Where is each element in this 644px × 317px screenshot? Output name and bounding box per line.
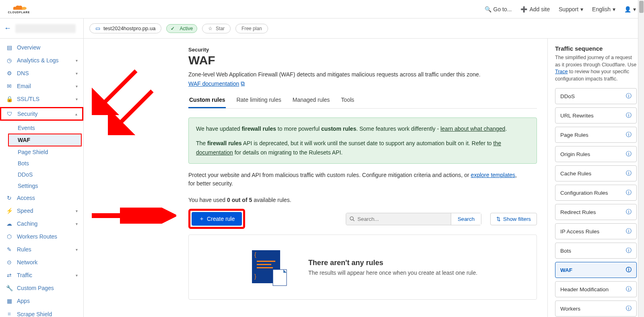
browser-icon: ▭ bbox=[95, 25, 100, 31]
tab-rate-limiting[interactable]: Rate limiting rules bbox=[235, 93, 282, 108]
cloudflare-logo[interactable]: CLOUDFLARE bbox=[6, 3, 35, 15]
tabs: Custom rules Rate limiting rules Managed… bbox=[188, 93, 537, 109]
wrench-icon: 🔧 bbox=[6, 285, 13, 291]
access-icon: ↻ bbox=[6, 195, 13, 201]
seq-item-page-rules[interactable]: Page Rulesⓘ bbox=[555, 127, 637, 143]
seq-item-cache-rules[interactable]: Cache Rulesⓘ bbox=[555, 165, 637, 181]
sidebar: ▤Overview ◷Analytics & Logs▾ ⚙DNS▾ ✉Emai… bbox=[0, 39, 84, 317]
sidebar-item-workers[interactable]: ⬡Workers Routes bbox=[0, 230, 83, 243]
sidebar-item-speed[interactable]: ⚡Speed▾ bbox=[0, 204, 83, 217]
back-icon[interactable]: ← bbox=[4, 24, 11, 33]
info-icon: ⓘ bbox=[626, 228, 632, 235]
waf-doc-link[interactable]: WAF documentation ⧉ bbox=[188, 80, 245, 87]
chevron-down-icon: ▾ bbox=[76, 97, 78, 101]
plan-pill[interactable]: Free plan bbox=[235, 24, 268, 33]
seq-item-bots[interactable]: Botsⓘ bbox=[555, 243, 637, 259]
seq-item-header-modification[interactable]: Header Modificationⓘ bbox=[555, 281, 637, 297]
user-menu[interactable]: 👤 ▾ bbox=[624, 6, 636, 12]
sidebar-item-network[interactable]: ⊙Network bbox=[0, 256, 83, 269]
sidebar-item-caching[interactable]: ☁Caching▾ bbox=[0, 217, 83, 230]
user-icon: 👤 bbox=[624, 6, 631, 12]
sidebar-item-analytics[interactable]: ◷Analytics & Logs▾ bbox=[0, 54, 83, 67]
sidebar-item-rules[interactable]: ✎Rules▾ bbox=[0, 243, 83, 256]
info-icon: ⓘ bbox=[626, 266, 632, 274]
intro-paragraph: Protect your website and API from malici… bbox=[188, 171, 518, 188]
page-description: Zone-level Web Application Firewall (WAF… bbox=[188, 71, 518, 78]
tab-tools[interactable]: Tools bbox=[340, 93, 355, 108]
svg-rect-8 bbox=[257, 264, 271, 265]
seq-item-url-rewrites[interactable]: URL Rewritesⓘ bbox=[555, 107, 637, 124]
sidebar-sub-settings[interactable]: Settings bbox=[0, 180, 83, 191]
chevron-down-icon: ▾ bbox=[76, 273, 78, 278]
chevron-up-icon: ▴ bbox=[75, 112, 77, 116]
filter-icon: ⇅ bbox=[496, 216, 501, 222]
caret-down-icon: ▾ bbox=[633, 6, 636, 12]
explore-templates-link[interactable]: explore templates bbox=[471, 172, 516, 178]
seq-item-ip-access-rules[interactable]: IP Access Rulesⓘ bbox=[555, 223, 637, 239]
sidebar-item-email[interactable]: ✉Email▾ bbox=[0, 80, 83, 93]
seq-item-origin-rules[interactable]: Origin Rulesⓘ bbox=[555, 146, 637, 162]
trace-link[interactable]: Trace bbox=[555, 69, 568, 74]
sidebar-sub-pageshield[interactable]: Page Shield bbox=[0, 146, 83, 158]
star-pill[interactable]: Star bbox=[202, 24, 231, 33]
sidebar-sub-events[interactable]: Events bbox=[0, 122, 83, 134]
sidebar-item-security[interactable]: 🛡Security▴ bbox=[1, 108, 82, 119]
domain-pill[interactable]: ▭ test2024hostpro.pp.ua bbox=[89, 23, 161, 33]
usage-text: You have used 0 out of 5 available rules… bbox=[188, 197, 537, 203]
caret-down-icon: ▾ bbox=[613, 6, 615, 12]
sidebar-sub-bots[interactable]: Bots bbox=[0, 158, 83, 169]
seq-item-configuration-rules[interactable]: Configuration Rulesⓘ bbox=[555, 185, 637, 201]
create-rule-button[interactable]: ＋Create rule bbox=[192, 212, 242, 226]
show-filters-button[interactable]: ⇅Show filters bbox=[490, 213, 537, 225]
chevron-down-icon: ▾ bbox=[76, 209, 78, 213]
external-link-icon: ⧉ bbox=[241, 80, 245, 87]
breadcrumb: Security bbox=[188, 47, 537, 53]
overview-icon: ▤ bbox=[6, 44, 13, 51]
caret-down-icon: ▾ bbox=[580, 6, 583, 12]
seq-item-ddos[interactable]: DDoSⓘ bbox=[555, 88, 637, 104]
scrollbar-thumb[interactable] bbox=[639, 1, 644, 13]
search-group: Search bbox=[346, 213, 481, 225]
empty-title: There aren't any rules bbox=[308, 259, 477, 267]
annotation-box-create: ＋Create rule bbox=[188, 209, 245, 229]
top-bar: CLOUDFLARE 🔍 Go to... ➕ Add site Support… bbox=[0, 0, 644, 19]
svg-point-0 bbox=[22, 7, 27, 10]
sidebar-item-dns[interactable]: ⚙DNS▾ bbox=[0, 67, 83, 80]
sidebar-sub-waf[interactable]: WAF bbox=[8, 134, 82, 146]
svg-text:}: } bbox=[254, 273, 256, 280]
learn-changed-link[interactable]: learn about what changed bbox=[440, 126, 505, 132]
info-icon: ⓘ bbox=[626, 286, 632, 293]
rules-icon: ✎ bbox=[6, 246, 13, 253]
page-title: WAF bbox=[188, 54, 537, 67]
traffic-icon: ⇄ bbox=[6, 272, 13, 278]
sidebar-item-overview[interactable]: ▤Overview bbox=[0, 41, 83, 54]
svg-rect-7 bbox=[257, 261, 275, 262]
sidebar-item-access[interactable]: ↻Access bbox=[0, 191, 83, 204]
sidebar-sub-ddos[interactable]: DDoS bbox=[0, 169, 83, 180]
tab-managed-rules[interactable]: Managed rules bbox=[292, 93, 331, 108]
goto-link[interactable]: 🔍 Go to... bbox=[485, 6, 512, 12]
sidebar-item-scrapeshield[interactable]: ⌗Scrape Shield bbox=[0, 307, 83, 317]
shield-icon: 🛡 bbox=[6, 111, 13, 117]
main-content: Security WAF Zone-level Web Application … bbox=[84, 39, 547, 317]
email-icon: ✉ bbox=[6, 83, 13, 89]
dns-icon: ⚙ bbox=[6, 70, 13, 76]
scrollbar[interactable] bbox=[638, 0, 644, 317]
search-input[interactable] bbox=[346, 213, 451, 225]
sidebar-item-traffic[interactable]: ⇄Traffic▾ bbox=[0, 269, 83, 282]
tab-custom-rules[interactable]: Custom rules bbox=[188, 93, 226, 108]
seq-item-redirect-rules[interactable]: Redirect Rulesⓘ bbox=[555, 204, 637, 220]
seq-item-waf[interactable]: WAFⓘ bbox=[555, 262, 637, 278]
caching-icon: ☁ bbox=[6, 220, 13, 227]
sidebar-item-custompages[interactable]: 🔧Custom Pages bbox=[0, 282, 83, 294]
search-button[interactable]: Search bbox=[451, 213, 481, 225]
sidebar-item-apps[interactable]: ▦Apps bbox=[0, 294, 83, 307]
svg-line-2 bbox=[100, 71, 136, 107]
sidebar-item-ssl[interactable]: 🔒SSL/TLS▾ bbox=[0, 93, 83, 105]
traffic-sequence-panel: Traffic sequence The simplified journey … bbox=[547, 39, 644, 317]
add-site-link[interactable]: ➕ Add site bbox=[520, 6, 550, 12]
language-menu[interactable]: English ▾ bbox=[592, 6, 615, 12]
seq-item-workers[interactable]: Workersⓘ bbox=[555, 301, 637, 317]
support-menu[interactable]: Support ▾ bbox=[559, 6, 583, 12]
info-icon: ⓘ bbox=[626, 247, 632, 254]
